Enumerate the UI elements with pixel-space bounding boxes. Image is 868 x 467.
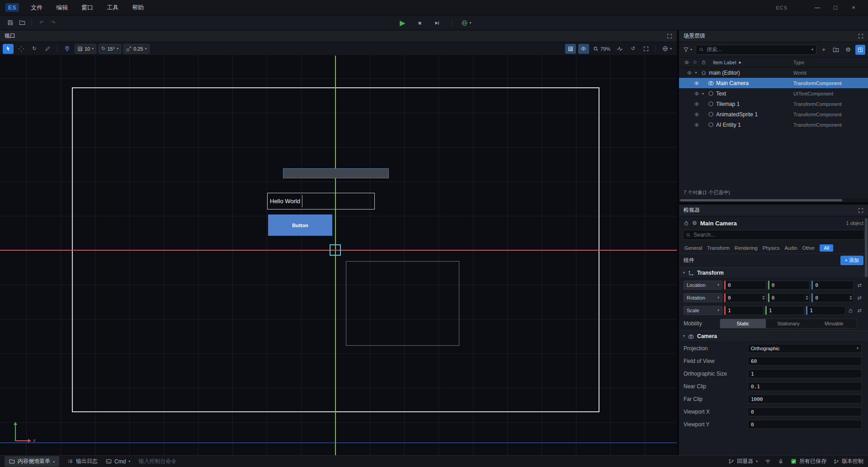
lock-column-icon[interactable] bbox=[700, 60, 708, 65]
edit-tool-button[interactable] bbox=[42, 44, 53, 54]
expand-caret-icon[interactable]: ▾ bbox=[693, 71, 699, 75]
favorite-column-star-icon[interactable]: ☆ bbox=[691, 59, 699, 65]
rotation-snap-dropdown[interactable]: ↻ 15° ▾ bbox=[99, 44, 121, 54]
rotation-x-field[interactable]: 0 bbox=[724, 293, 766, 302]
tab-other[interactable]: Other bbox=[802, 245, 815, 251]
rotation-z-field[interactable]: 0 bbox=[811, 293, 854, 302]
near-clip-input[interactable]: 0.1 bbox=[748, 382, 862, 391]
hierarchy-horizontal-scrollbar[interactable] bbox=[679, 198, 868, 202]
uniform-scale-lock-icon[interactable] bbox=[847, 308, 854, 313]
microphone-icon[interactable] bbox=[778, 459, 783, 464]
scale-dropdown[interactable]: Scale ▾ bbox=[684, 306, 722, 315]
inspector-search-input[interactable]: Search... bbox=[683, 230, 864, 240]
play-button[interactable]: ▶ bbox=[396, 18, 408, 29]
maximize-button[interactable]: □ bbox=[826, 4, 844, 11]
grid-snap-dropdown[interactable]: 10 ▾ bbox=[75, 44, 96, 54]
content-drawer-button[interactable]: 内容侧滑菜单 ▴ bbox=[5, 456, 59, 467]
tab-transform[interactable]: Transform bbox=[707, 245, 730, 251]
menu-file[interactable]: 文件 bbox=[31, 4, 42, 12]
hierarchy-expand-icon[interactable] bbox=[858, 33, 863, 39]
platform-globe-dropdown[interactable]: ▾ bbox=[461, 18, 471, 29]
tab-rendering[interactable]: Rendering bbox=[735, 245, 758, 251]
cmd-dropdown[interactable]: Cmd ▾ bbox=[106, 458, 130, 465]
rotate-tool-button[interactable]: ↻ bbox=[29, 44, 40, 54]
visibility-eye-icon[interactable] bbox=[693, 91, 700, 96]
hierarchy-search-input[interactable]: 搜索... ▾ bbox=[696, 45, 816, 55]
location-z-field[interactable]: 0 bbox=[811, 281, 854, 290]
expand-caret-icon[interactable]: ▸ bbox=[700, 91, 706, 95]
field-of-view-input[interactable]: 60 bbox=[748, 357, 862, 366]
visibility-eye-icon[interactable] bbox=[693, 81, 700, 86]
type-column-header[interactable]: Type bbox=[793, 60, 804, 65]
mobility-movable-button[interactable]: Movable bbox=[811, 319, 857, 328]
projection-select[interactable]: Orthographic ▾ bbox=[748, 344, 862, 353]
tree-row-main-editor[interactable]: ▾ main (Editor) World bbox=[679, 67, 868, 78]
version-control-button[interactable]: 版本控制 bbox=[834, 457, 863, 465]
viewport-y-input[interactable]: 0 bbox=[748, 420, 862, 429]
zoom-indicator[interactable]: 79% bbox=[591, 46, 612, 52]
stop-button[interactable]: ■ bbox=[414, 18, 425, 29]
tree-row-text[interactable]: ▸ Text UITextComponent bbox=[679, 88, 868, 99]
filter-button[interactable]: ▾ bbox=[682, 45, 693, 55]
menu-tools[interactable]: 工具 bbox=[107, 4, 118, 12]
tree-row-main-camera[interactable]: Main Camera TransformComponent bbox=[679, 78, 868, 88]
stepper-icons[interactable] bbox=[762, 295, 765, 300]
hierarchy-settings-button[interactable]: ⚙ bbox=[843, 45, 853, 55]
stats-pulse-button[interactable] bbox=[614, 44, 625, 54]
redo-button[interactable]: ↷ bbox=[47, 17, 59, 28]
stepper-icons[interactable] bbox=[849, 295, 852, 300]
move-tool-button[interactable] bbox=[16, 44, 27, 54]
network-status-icon[interactable] bbox=[765, 458, 771, 464]
tab-all[interactable]: All bbox=[820, 244, 833, 252]
transform-section-header[interactable]: ▾ Transform bbox=[679, 267, 868, 279]
scale-z-field[interactable]: 1 bbox=[806, 306, 845, 315]
inspector-vertical-scrollbar[interactable] bbox=[865, 218, 868, 453]
button-widget[interactable]: Button bbox=[268, 214, 332, 236]
camera-section-header[interactable]: ▾ Camera bbox=[679, 330, 868, 342]
scale-snap-dropdown[interactable]: 0.25 ▾ bbox=[123, 44, 149, 54]
mobility-stationary-button[interactable]: Stationary bbox=[766, 319, 811, 328]
step-button[interactable] bbox=[431, 18, 443, 29]
rotation-dropdown[interactable]: Rotation ▾ bbox=[684, 293, 722, 302]
far-clip-input[interactable]: 1000 bbox=[748, 395, 862, 404]
add-entity-button[interactable]: + bbox=[819, 45, 829, 55]
reset-link-icon[interactable]: ⇄ bbox=[855, 308, 863, 314]
grid-toggle-button[interactable] bbox=[565, 44, 576, 54]
tree-row-ai-entity[interactable]: AI Entity 1 TransformComponent bbox=[679, 119, 868, 130]
lock-icon[interactable] bbox=[684, 220, 689, 226]
tab-general[interactable]: General bbox=[684, 245, 702, 251]
console-command-input[interactable]: 输入控制台命令 bbox=[138, 457, 176, 465]
visibility-toggle-button[interactable] bbox=[578, 44, 589, 54]
tree-row-animatedsprite[interactable]: AnimatedSprite 1 TransformComponent bbox=[679, 109, 868, 119]
visibility-eye-icon[interactable] bbox=[693, 101, 700, 107]
mobility-static-button[interactable]: Static bbox=[720, 319, 766, 328]
menu-edit[interactable]: 编辑 bbox=[56, 4, 68, 12]
stepper-icons[interactable] bbox=[806, 295, 808, 300]
panel-layout-button[interactable] bbox=[855, 45, 865, 55]
landmark-pin-button[interactable] bbox=[61, 44, 72, 54]
selection-gizmo[interactable] bbox=[330, 244, 341, 256]
visibility-column-eye-icon[interactable] bbox=[683, 60, 690, 65]
object-settings-gear-icon[interactable]: ⚙ bbox=[692, 220, 697, 226]
undo-button[interactable]: ↶ bbox=[36, 17, 47, 28]
close-button[interactable]: × bbox=[844, 4, 863, 11]
menu-window[interactable]: 窗口 bbox=[81, 4, 93, 12]
scrollbar-thumb[interactable] bbox=[680, 199, 842, 201]
tree-row-tilemap[interactable]: Tilemap 1 TransformComponent bbox=[679, 99, 868, 109]
reset-link-icon[interactable]: ⇄ bbox=[855, 282, 863, 288]
viewport-globe-dropdown[interactable]: ▾ bbox=[660, 44, 674, 54]
save-button[interactable] bbox=[5, 17, 16, 28]
visibility-eye-icon[interactable] bbox=[685, 70, 693, 76]
select-tool-button[interactable] bbox=[3, 44, 14, 54]
scene-canvas[interactable]: Hello World Button x bbox=[0, 56, 677, 455]
visibility-eye-icon[interactable] bbox=[693, 122, 700, 128]
history-dropdown[interactable]: 回退器 ▾ bbox=[728, 457, 758, 465]
tab-audio[interactable]: Audio bbox=[785, 245, 797, 251]
output-log-button[interactable]: 输出日志 bbox=[67, 457, 98, 465]
tab-physics[interactable]: Physics bbox=[763, 245, 780, 251]
reset-view-button[interactable]: ↺ bbox=[627, 44, 638, 54]
location-y-field[interactable]: 0 bbox=[768, 281, 810, 290]
fullscreen-button[interactable] bbox=[641, 44, 651, 54]
scrollbar-thumb[interactable] bbox=[865, 218, 868, 277]
rotation-y-field[interactable]: 0 bbox=[768, 293, 810, 302]
